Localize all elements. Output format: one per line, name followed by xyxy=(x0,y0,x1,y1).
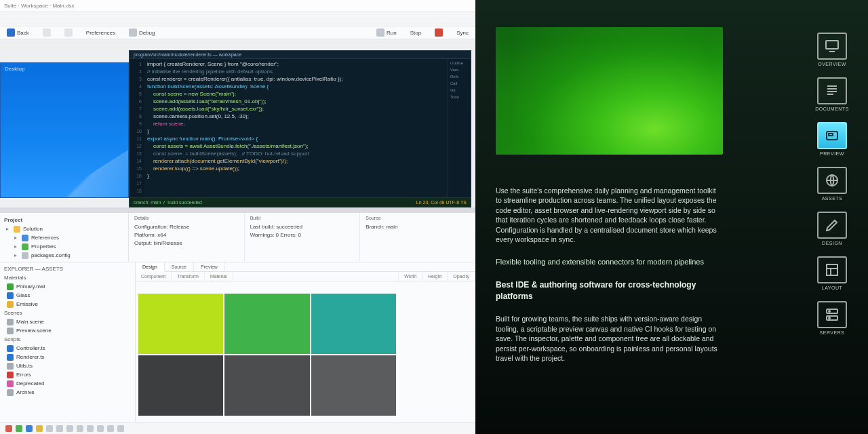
bottom-tool-button[interactable] xyxy=(16,425,22,432)
color-swatch[interactable] xyxy=(138,294,223,354)
color-swatch[interactable] xyxy=(138,355,223,416)
tree-item[interactable]: ▸Properties xyxy=(4,242,124,251)
inspector-cell[interactable]: Component xyxy=(136,272,172,281)
side-panel-item[interactable]: Vars xyxy=(450,68,469,72)
color-swatch[interactable] xyxy=(224,355,309,416)
bottom-tool-button[interactable] xyxy=(46,425,53,432)
explorer-item[interactable]: Controller.ts xyxy=(4,344,135,353)
editor-status-bar: branch: main ✓ build succeeded Ln 23, Co… xyxy=(130,197,471,207)
toolbar-sync-button[interactable]: Sync xyxy=(450,30,475,36)
toolbar-stop-button[interactable]: Stop xyxy=(403,30,428,36)
tree-item-label: Solution xyxy=(23,226,43,232)
color-swatch[interactable] xyxy=(311,294,396,354)
bottom-tool-button[interactable] xyxy=(97,425,104,432)
tree-item[interactable]: ▸Solution xyxy=(4,224,124,233)
explorer-item-icon xyxy=(7,328,14,334)
desktop-preview-caption: Desktop xyxy=(5,66,24,72)
nav-item-servers[interactable]: Servers xyxy=(817,301,847,335)
tree-item-label: References xyxy=(31,235,59,241)
side-panel-item[interactable]: Call xyxy=(450,81,469,85)
application-window: Suite · Workspace · Main.dsx Back Prefer… xyxy=(0,0,475,434)
color-swatch[interactable] xyxy=(224,294,309,354)
bottom-tool-button[interactable] xyxy=(107,425,114,432)
explorer-item[interactable]: Archive xyxy=(4,388,135,397)
designer-tab[interactable]: Preview xyxy=(194,262,225,271)
palette-canvas[interactable] xyxy=(136,281,475,422)
nav-item-layout[interactable]: Layout xyxy=(817,256,847,290)
explorer-group-header[interactable]: Scenes xyxy=(4,309,135,317)
nav-item-label: Documents xyxy=(815,106,849,111)
explorer-item-icon xyxy=(7,372,14,378)
toolbar-button[interactable] xyxy=(58,28,79,37)
bottom-tool-button[interactable] xyxy=(56,425,63,432)
nav-item-assets[interactable]: Assets xyxy=(817,167,847,201)
article-subheading: Flexible tooling and extensible connecto… xyxy=(496,257,719,267)
inspector-cell[interactable]: Material xyxy=(205,272,233,281)
explorer-item[interactable]: Renderer.ts xyxy=(4,353,135,361)
bottom-tool-button[interactable] xyxy=(77,425,83,432)
explorer-group-header[interactable]: Scripts xyxy=(4,335,135,344)
nav-item-label: Preview xyxy=(820,151,844,156)
explorer-item[interactable]: Utils.ts xyxy=(4,361,135,370)
explorer-title: EXPLORER — ASSETS xyxy=(4,264,135,273)
code-area[interactable]: import { createRenderer, Scene } from "@… xyxy=(144,59,448,197)
toolbar-preferences-button[interactable]: Preferences xyxy=(79,30,122,36)
explorer-item-label: Renderer.ts xyxy=(16,354,44,360)
tree-item-icon xyxy=(22,252,28,259)
nav-item-overview[interactable]: Overview xyxy=(817,33,847,66)
explorer-item[interactable]: Errors xyxy=(4,370,135,379)
nav-item-design[interactable]: Design xyxy=(817,212,847,245)
generic-icon xyxy=(64,28,73,37)
designer-tab[interactable]: Design xyxy=(136,262,165,272)
window-title-bar: Suite · Workspace · Main.dsx xyxy=(0,0,475,12)
toolbar-button[interactable] xyxy=(36,28,58,37)
inspector-cell[interactable]: Height xyxy=(422,272,448,281)
window-title: Suite · Workspace · Main.dsx xyxy=(4,3,74,9)
inspector-cell[interactable]: Transform xyxy=(172,272,205,281)
explorer-item-label: Emissive xyxy=(16,301,38,307)
explorer-item[interactable]: Deprecated xyxy=(4,379,135,388)
bottom-tool-button[interactable] xyxy=(66,425,73,432)
bottom-tool-button[interactable] xyxy=(117,425,124,432)
splitter[interactable] xyxy=(0,208,475,213)
toolbar-debug-button[interactable]: Debug xyxy=(122,28,162,37)
doc-icon xyxy=(817,77,847,104)
status-right: Ln 23, Col 48 UTF-8 TS xyxy=(416,200,467,205)
info-row: Last build: succeeded xyxy=(250,222,355,231)
info-row: Platform: x64 xyxy=(134,231,239,239)
explorer-item-icon xyxy=(7,319,14,326)
explorer-item-label: Preview.scene xyxy=(16,328,52,334)
nav-item-preview[interactable]: Preview xyxy=(817,122,847,156)
bottom-tool-button[interactable] xyxy=(26,425,33,432)
tree-header: Project xyxy=(4,216,124,224)
inspector-cell[interactable]: Opacity xyxy=(448,272,475,281)
explorer-item[interactable]: Glass xyxy=(4,291,135,300)
side-panel-item[interactable]: Git xyxy=(450,88,469,92)
info-row: Output: bin/Release xyxy=(134,239,239,247)
toolbar-run-button[interactable]: Run xyxy=(370,28,403,37)
bottom-tool-button[interactable] xyxy=(5,425,12,432)
bottom-tool-button[interactable] xyxy=(87,425,94,432)
explorer-group-header[interactable]: Materials xyxy=(4,273,135,282)
toolbar-button[interactable] xyxy=(428,28,450,37)
tree-item-label: Properties xyxy=(31,243,56,250)
side-panel-item[interactable]: Outline xyxy=(450,61,469,65)
bottom-toolbar xyxy=(0,422,475,434)
explorer-item-icon xyxy=(7,292,14,299)
explorer-item[interactable]: Primary.mat xyxy=(4,282,135,291)
inspector-cell[interactable]: Width xyxy=(399,272,422,281)
side-panel-item[interactable]: Todo xyxy=(450,95,469,99)
bottom-tool-button[interactable] xyxy=(36,425,43,432)
upper-pane: Desktop program/src/main/module/renderer… xyxy=(0,39,475,208)
explorer-item[interactable]: Preview.scene xyxy=(4,326,135,335)
explorer-item[interactable]: Main.scene xyxy=(4,317,135,326)
nav-item-documents[interactable]: Documents xyxy=(815,77,849,111)
color-swatch[interactable] xyxy=(311,355,396,416)
designer-tab[interactable]: Source xyxy=(165,262,194,271)
toolbar-back-button[interactable]: Back xyxy=(0,28,36,37)
tree-item[interactable]: ▸packages.config xyxy=(4,251,124,260)
explorer-item[interactable]: Emissive xyxy=(4,300,135,309)
tree-item[interactable]: ▸References xyxy=(4,233,124,242)
desktop-preview[interactable]: Desktop xyxy=(0,62,129,198)
side-panel-item[interactable]: Refs xyxy=(450,75,469,79)
